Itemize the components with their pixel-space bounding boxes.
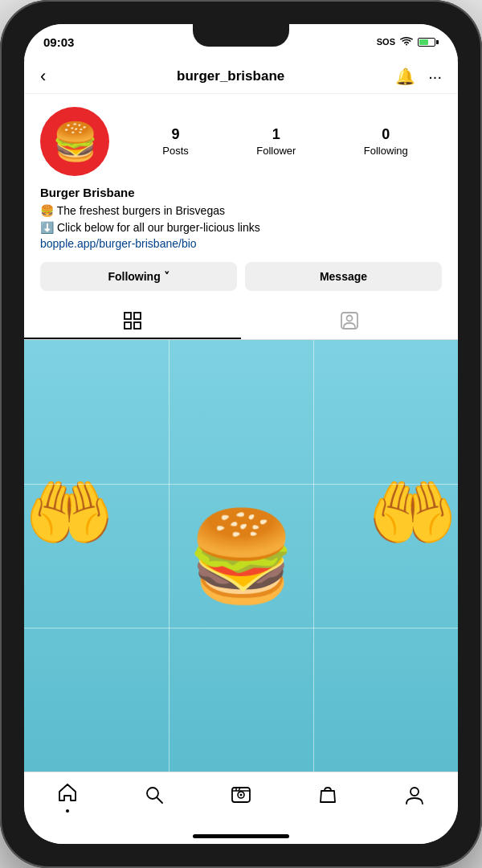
left-hand: 🤲	[24, 470, 114, 555]
action-buttons: Following ˅ Message	[40, 262, 442, 291]
profile-name: Burger Brisbane	[40, 186, 442, 199]
avatar-emoji: 🍔	[52, 120, 98, 163]
stat-posts[interactable]: 9 Posts	[162, 126, 189, 157]
wifi-icon	[400, 37, 413, 47]
bottom-nav	[24, 772, 458, 828]
bio-link[interactable]: bopple.app/burger-brisbane/bio	[40, 237, 197, 250]
photo-grid: 🤲 🤲 🍔	[24, 340, 458, 772]
search-icon	[144, 784, 165, 810]
svg-point-10	[240, 793, 243, 796]
tab-grid[interactable]	[24, 304, 241, 339]
top-nav: ‹ burger_brisbane 🔔 ···	[24, 59, 458, 94]
home-icon	[57, 782, 78, 808]
grid-photo-main[interactable]: 🤲 🤲 🍔	[24, 340, 458, 772]
grid-line-v1	[169, 340, 170, 772]
svg-rect-1	[134, 313, 141, 319]
burger-scene: 🤲 🤲 🍔	[24, 340, 458, 772]
following-count: 0	[382, 126, 390, 143]
status-icons: SOS	[377, 37, 439, 47]
posts-label: Posts	[162, 145, 189, 157]
stat-following[interactable]: 0 Following	[364, 126, 408, 157]
svg-point-5	[347, 316, 353, 321]
nav-reels[interactable]	[231, 784, 251, 810]
profile-icon	[404, 784, 425, 810]
message-button[interactable]: Message	[245, 262, 442, 291]
more-options-icon[interactable]: ···	[428, 68, 442, 86]
grid-line-v2	[313, 340, 314, 772]
nav-search[interactable]	[144, 784, 165, 810]
battery-icon	[418, 38, 439, 47]
burger-image: 🍔	[186, 504, 296, 608]
bio-line-1: 🍔 The freshest burgers in Brisvegas	[40, 203, 442, 219]
following-label: Following	[364, 145, 408, 157]
nav-home[interactable]	[57, 782, 78, 813]
avatar[interactable]: 🍔	[40, 107, 109, 176]
profile-top: 🍔 9 Posts 1 Follower 0 Following	[40, 107, 442, 176]
svg-point-14	[411, 788, 419, 796]
stats-container: 9 Posts 1 Follower 0 Following	[129, 126, 442, 157]
grid-icon	[124, 312, 141, 330]
nav-icons: 🔔 ···	[395, 67, 442, 86]
tab-tagged[interactable]	[241, 304, 458, 339]
grid-line-h2	[24, 628, 458, 628]
status-bar: 09:03 SOS	[24, 24, 458, 59]
back-button[interactable]: ‹	[40, 66, 66, 87]
svg-line-7	[157, 797, 162, 803]
home-bar	[24, 828, 458, 844]
tab-bar	[24, 304, 458, 340]
shop-icon	[317, 784, 338, 810]
profile-section: 🍔 9 Posts 1 Follower 0 Following	[24, 94, 458, 301]
svg-rect-3	[134, 322, 141, 329]
notification-bell-icon[interactable]: 🔔	[395, 67, 415, 86]
home-indicator-dot	[66, 809, 69, 813]
posts-count: 9	[171, 126, 179, 143]
nav-username: burger_brisbane	[177, 68, 284, 84]
following-label: Following ˅	[108, 270, 169, 283]
status-time: 09:03	[43, 35, 74, 49]
stat-followers[interactable]: 1 Follower	[256, 126, 296, 157]
followers-count: 1	[272, 126, 280, 143]
following-button[interactable]: Following ˅	[40, 262, 237, 291]
nav-shop[interactable]	[317, 784, 338, 810]
bio-line-2: ⬇️ Click below for all our burger-liciou…	[40, 219, 442, 236]
phone-outer: 09:03 SOS ‹	[0, 0, 482, 868]
phone-screen: 09:03 SOS ‹	[24, 24, 458, 844]
tag-person-icon	[341, 312, 358, 330]
carrier-text: SOS	[377, 37, 395, 47]
right-hand: 🤲	[368, 470, 458, 555]
home-bar-line	[193, 834, 289, 838]
svg-rect-2	[125, 322, 131, 329]
svg-rect-0	[125, 313, 131, 319]
bio-section: Burger Brisbane 🍔 The freshest burgers i…	[40, 186, 442, 251]
reels-icon	[231, 784, 251, 810]
notch	[193, 24, 289, 47]
nav-profile[interactable]	[404, 784, 425, 810]
followers-label: Follower	[256, 145, 296, 157]
